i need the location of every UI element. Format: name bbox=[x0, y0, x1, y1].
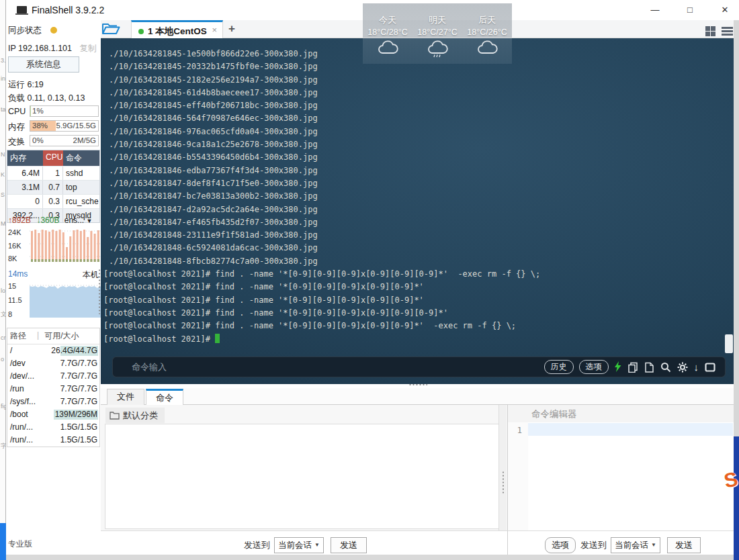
process-row: 00.3rcu_sche bbox=[7, 194, 99, 208]
sidebar-resize-handle[interactable] bbox=[98, 269, 101, 314]
cpu-meter-value: 1% bbox=[32, 107, 44, 115]
background-text-fragment: S bbox=[1, 191, 5, 198]
tab-label: 1 本地CentOS bbox=[148, 26, 207, 38]
disk-row: /dev7.7G/7.7G bbox=[7, 357, 99, 370]
weather-day: 后天18°C/26°C bbox=[462, 3, 512, 64]
disk-table-header[interactable]: 路径|可用/大小 bbox=[7, 328, 99, 344]
session-select[interactable]: 当前会话 ▼ bbox=[611, 537, 660, 553]
chevron-down-icon: ▼ bbox=[314, 538, 320, 553]
download-icon[interactable]: ↓ bbox=[694, 361, 699, 373]
ip-label: IP 192.168.1.101 bbox=[8, 44, 72, 53]
terminal-line: ./10/1634281847-8def8f41c71f5e0-300x380.… bbox=[101, 177, 540, 190]
tab-commands[interactable]: 命令 bbox=[146, 389, 183, 406]
command-category-panel: 默认分类 bbox=[101, 405, 507, 530]
background-text-fragment: ta bbox=[1, 106, 6, 113]
editor-text-area[interactable] bbox=[528, 422, 734, 530]
process-table: 内存CPU命令6.4M1sshd3.1M0.7top00.3rcu_sche39… bbox=[7, 150, 100, 223]
window-bottom-edge bbox=[6, 555, 734, 560]
tab-local-centos[interactable]: 1 本地CentOS × bbox=[131, 20, 223, 39]
lightning-icon[interactable] bbox=[614, 361, 621, 373]
swap-meter-percent: 0% bbox=[32, 136, 44, 144]
net-tick-16k: 16K bbox=[8, 242, 21, 250]
command-input-bar[interactable]: 命令输入 历史 选项 bbox=[112, 357, 726, 377]
minimize-button[interactable]: — bbox=[644, 3, 666, 17]
command-list-area[interactable] bbox=[105, 424, 498, 529]
copy-icon[interactable] bbox=[627, 362, 638, 373]
background-text-fragment: N bbox=[1, 151, 5, 158]
connection-manager-button[interactable] bbox=[101, 21, 129, 38]
chevron-down-icon[interactable]: ▼ bbox=[86, 218, 92, 224]
terminal-line: ./10/1634281846-b5543396450d6b4-300x380.… bbox=[101, 151, 540, 164]
sync-status-label: 同步状态 bbox=[8, 25, 42, 36]
ping-tick-11-5: 11.5 bbox=[8, 296, 22, 304]
editor-gutter: 1 bbox=[508, 422, 528, 530]
disk-row: /26.4G/44.7G bbox=[7, 344, 99, 357]
terminal-line: ./10/1634281847-ef465fb435d2f07-300x380.… bbox=[101, 216, 540, 229]
history-button[interactable]: 历史 bbox=[544, 360, 574, 374]
process-col-header[interactable]: CPU bbox=[43, 150, 63, 166]
disk-row: /dev/...7.7G/7.7G bbox=[7, 370, 99, 383]
cpu-meter-label: CPU bbox=[8, 107, 26, 116]
process-col-header[interactable]: 命令 bbox=[63, 150, 99, 166]
uptime-label: 运行 6:19 bbox=[8, 79, 44, 91]
system-info-button[interactable]: 系统信息 bbox=[8, 56, 79, 73]
upload-rate: ↑892B bbox=[8, 216, 31, 225]
tab-close-icon[interactable]: × bbox=[212, 25, 217, 35]
terminal-line: ./10/1634281846-564f70987e646ec-300x380.… bbox=[101, 112, 540, 125]
editor-title: 命令编辑器 bbox=[531, 408, 577, 420]
process-row: 6.4M1sshd bbox=[7, 166, 99, 180]
options-button[interactable]: 选项 bbox=[545, 537, 576, 553]
folder-open-icon bbox=[101, 21, 121, 36]
cloud-icon bbox=[476, 39, 498, 58]
tab-files[interactable]: 文件 bbox=[107, 389, 144, 406]
disk-row: /run7.7G/7.7G bbox=[7, 383, 99, 395]
disk-table: 路径|可用/大小/26.4G/44.7G/dev7.7G/7.7G/dev/..… bbox=[7, 328, 100, 447]
send-button[interactable]: 发送 bbox=[667, 537, 701, 553]
terminal-line: ./10/1634281847-bc7e03813a300b2-300x380.… bbox=[101, 190, 540, 203]
maximize-button[interactable]: □ bbox=[679, 3, 701, 17]
mem-meter: 38% 5.9G/15.5G bbox=[30, 120, 99, 132]
command-list-scrollbar[interactable] bbox=[498, 405, 507, 530]
terminal-command-line: [root@localhost 2021]# find . -name '*[0… bbox=[101, 320, 540, 332]
gear-icon[interactable] bbox=[677, 362, 688, 373]
terminal-line: ./10/1634281848-6c5924081da6cac-300x380.… bbox=[101, 242, 540, 254]
terminal-scrollbar-thumb[interactable] bbox=[725, 334, 733, 353]
interface-label: ens... bbox=[64, 216, 84, 225]
terminal[interactable]: ./10/1634281845-1e500bf866d22e6-300x380.… bbox=[101, 38, 734, 384]
command-editor-panel: 命令编辑器 1 bbox=[507, 405, 734, 530]
download-rate: ↓360B bbox=[36, 216, 59, 225]
paste-icon[interactable] bbox=[644, 362, 654, 373]
category-default[interactable]: 默认分类 bbox=[105, 408, 165, 423]
session-select[interactable]: 当前会话 ▼ bbox=[274, 537, 324, 553]
background-text-fragment: 3. bbox=[1, 57, 6, 64]
window-right-gutter bbox=[734, 20, 739, 436]
menu-icon[interactable] bbox=[722, 26, 733, 36]
command-input[interactable]: 命令输入 bbox=[132, 361, 544, 373]
copy-ip-link[interactable]: 复制 bbox=[79, 44, 96, 53]
layout-grid-icon[interactable] bbox=[705, 26, 715, 36]
add-tab-button[interactable]: + bbox=[228, 22, 235, 36]
panel-resize-handle[interactable] bbox=[408, 383, 427, 386]
process-col-header[interactable]: 内存 bbox=[7, 150, 43, 166]
left-action-bar: 发送到 当前会话 ▼ 发送 bbox=[101, 530, 507, 555]
terminal-line: ./10/1634281845-2182e256e2194a7-300x380.… bbox=[101, 74, 540, 87]
mem-meter-detail: 5.9G/15.5G bbox=[56, 122, 96, 130]
ping-host-label: 本机 bbox=[83, 269, 99, 281]
background-text-fragment: in bbox=[1, 75, 5, 82]
line-number: 1 bbox=[517, 426, 522, 435]
options-button[interactable]: 选项 bbox=[579, 360, 609, 374]
mem-meter-label: 内存 bbox=[8, 122, 25, 133]
sync-status-dot-icon bbox=[50, 27, 57, 34]
app-icon bbox=[17, 6, 27, 13]
swap-meter-label: 交换 bbox=[8, 136, 25, 148]
send-button[interactable]: 发送 bbox=[331, 537, 367, 553]
cpu-meter-fill bbox=[30, 106, 31, 116]
window-mode-icon[interactable] bbox=[705, 363, 715, 372]
desktop-edge-left: 3.intaNKSMlo文crofig字 bbox=[0, 0, 6, 560]
edition-label: 专业版 bbox=[8, 539, 32, 550]
network-traffic-row[interactable]: ↑892B ↓360B ens... ▼ bbox=[8, 216, 92, 225]
close-button[interactable]: ✕ bbox=[713, 3, 736, 17]
search-icon[interactable] bbox=[660, 362, 671, 373]
ping-chart bbox=[30, 281, 101, 321]
disk-row: /run/...1.5G/1.5G bbox=[7, 434, 99, 447]
